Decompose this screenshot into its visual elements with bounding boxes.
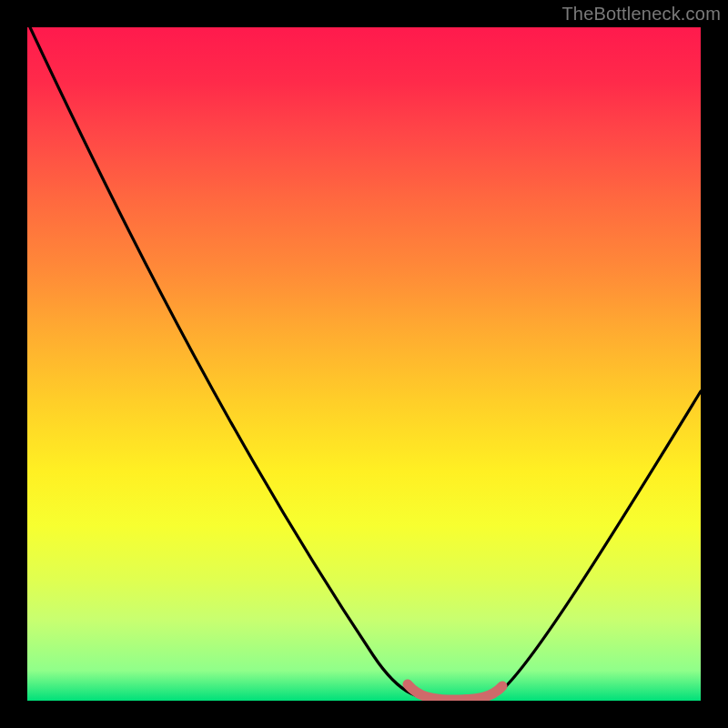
chart-frame: TheBottleneck.com <box>0 0 728 728</box>
bottleneck-curve <box>30 27 701 701</box>
bottleneck-flat-marker <box>408 684 502 700</box>
plot-area <box>27 27 701 701</box>
watermark-text: TheBottleneck.com <box>561 4 721 25</box>
curve-layer <box>27 27 701 701</box>
